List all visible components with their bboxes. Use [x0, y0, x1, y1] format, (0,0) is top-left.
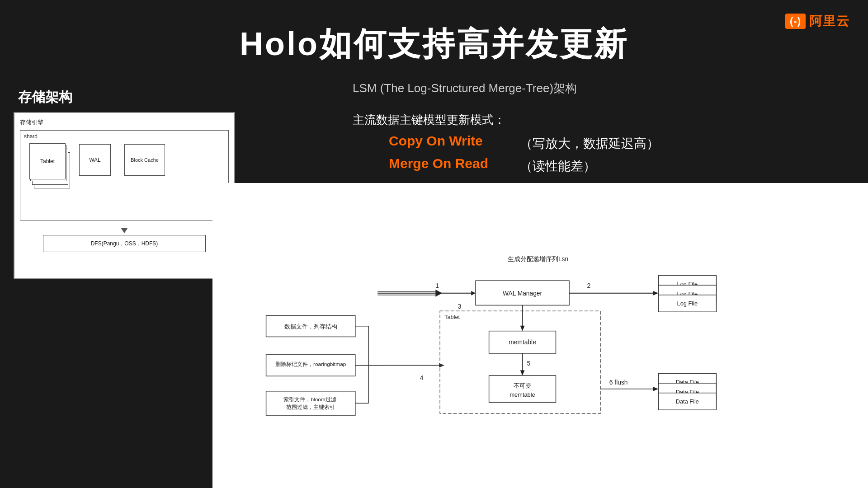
- update-modes-title: 主流数据主键模型更新模式：: [353, 112, 505, 128]
- svg-text:WAL Manager: WAL Manager: [503, 290, 542, 297]
- svg-marker-18: [520, 370, 525, 375]
- merge-on-write-label: Merge On Write: [244, 192, 351, 209]
- diagram-title: 存储引擎: [20, 118, 229, 127]
- flow-diagram-svg: 生成分配递增序列Lsn 1 WAL Manager 2 Log File Log…: [222, 192, 859, 479]
- mor-desc: （读性能差）: [520, 158, 596, 175]
- svg-text:Log File: Log File: [677, 300, 698, 307]
- svg-text:删除标记文件，roaringbitmap: 删除标记文件，roaringbitmap: [275, 361, 346, 367]
- step1-label: 1: [435, 282, 439, 289]
- svg-marker-15: [520, 326, 525, 331]
- shard-label: shard: [24, 133, 38, 140]
- arrow-down: [121, 228, 128, 233]
- lsm-title: LSM (The Log-Structured Merge-Tree)架构: [353, 80, 577, 96]
- wal-box: WAL: [79, 144, 111, 176]
- index-file-box: [266, 391, 355, 416]
- tablet-box-4: Tablet: [29, 143, 66, 179]
- dfs-section: DFS(Pangu，OSS，HDFS): [20, 226, 229, 252]
- svg-marker-31: [439, 363, 444, 368]
- step2-label: 2: [587, 282, 591, 289]
- step3-label: 3: [458, 303, 462, 310]
- cow-desc: （写放大，数据延迟高）: [520, 135, 659, 152]
- svg-text:索引文件，bloom过滤,: 索引文件，bloom过滤,: [283, 396, 338, 403]
- svg-text:Data File: Data File: [676, 398, 699, 405]
- svg-text:memtable: memtable: [509, 391, 535, 398]
- tablet-inner-label: Tablet: [444, 314, 460, 320]
- svg-marker-7: [653, 291, 658, 296]
- svg-text:不可变: 不可变: [514, 382, 531, 389]
- svg-text:范围过滤，主键索引: 范围过滤，主键索引: [286, 404, 335, 410]
- svg-marker-4: [435, 290, 442, 297]
- svg-marker-33: [653, 387, 658, 391]
- main-title: Holo如何支持高并发更新: [0, 23, 868, 66]
- step5-label: 5: [527, 360, 530, 367]
- storage-diagram: 存储引擎 shard Tablet WAL Block Cache DFS(Pa…: [14, 112, 235, 279]
- blockcache-box: Block Cache: [124, 144, 165, 176]
- step4-label: 4: [420, 375, 424, 381]
- step6-label: 6 flush: [609, 379, 628, 386]
- bottom-diagram: 生成分配递增序列Lsn 1 WAL Manager 2 Log File Log…: [212, 183, 868, 488]
- storage-inner: shard Tablet WAL Block Cache: [20, 130, 229, 221]
- cow-label: Copy On Write: [389, 133, 483, 149]
- svg-marker-1: [471, 291, 476, 296]
- lsn-label: 生成分配递增序列Lsn: [508, 256, 568, 263]
- dfs-box: DFS(Pangu，OSS，HDFS): [43, 235, 206, 252]
- tablet-stack: Tablet: [29, 143, 70, 193]
- mor-label: Merge On Read: [389, 156, 488, 171]
- svg-text:memtable: memtable: [509, 339, 536, 346]
- svg-text:数据文件，列存结构: 数据文件，列存结构: [284, 323, 337, 330]
- left-section-label: 存储架构: [18, 88, 72, 107]
